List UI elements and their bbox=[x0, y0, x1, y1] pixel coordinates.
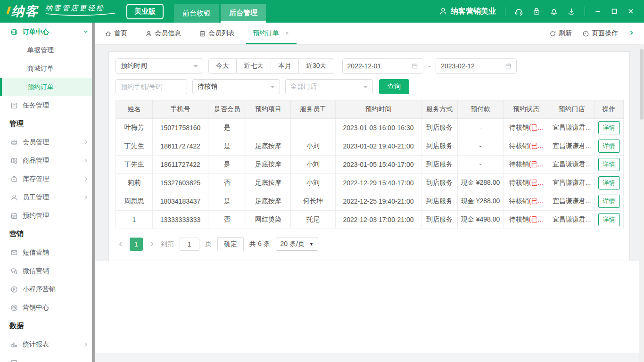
col-staff: 服务员工 bbox=[291, 100, 336, 119]
sidebar-item-inventory-management[interactable]: 库存管理 bbox=[0, 170, 95, 188]
minimize-button[interactable] bbox=[594, 8, 602, 15]
phone-search-field[interactable] bbox=[116, 79, 187, 94]
status-cell: 待核销(已... bbox=[504, 211, 549, 229]
slogan-underline bbox=[45, 13, 116, 16]
nav-tab-front-cashier[interactable]: 前台收银 bbox=[174, 4, 219, 23]
crown-icon bbox=[10, 139, 18, 146]
status-select[interactable]: 待核销 bbox=[192, 79, 280, 94]
headset-icon[interactable] bbox=[514, 7, 523, 16]
sidebar-item-product-management[interactable]: 商品管理 bbox=[0, 151, 95, 170]
person-icon bbox=[10, 194, 18, 201]
sidebar: 订单中心 单据管理 商城订单 预约订单 任务管理 管理 会员管理 商品管理 bbox=[0, 23, 95, 362]
sidebar-item-partial[interactable] bbox=[0, 354, 95, 362]
pagination: 1 到第 页 确定 共 6 条 20 条/页 ▼ bbox=[116, 236, 623, 254]
expand-chevron-icon[interactable] bbox=[628, 30, 635, 37]
sidebar-item-order-center[interactable]: 订单中心 bbox=[0, 23, 95, 41]
filter-row-2: 待核销 全部门店 查询 bbox=[116, 79, 623, 94]
goto-suffix-label: 页 bbox=[205, 240, 212, 248]
tab-booking-orders[interactable]: 预约订单 bbox=[253, 23, 290, 44]
brand: 纳客 纳客管店更轻松 bbox=[8, 2, 116, 21]
caret-down-icon bbox=[363, 86, 368, 90]
page-number-button[interactable]: 1 bbox=[130, 238, 143, 251]
download-icon[interactable] bbox=[567, 7, 576, 16]
prev-page-icon[interactable] bbox=[117, 241, 124, 247]
table-row: 1 13333333333 否 网红烫染 托尼 2022-12-03 17:00… bbox=[116, 211, 624, 229]
nav-tab-backend-admin[interactable]: 后台管理 bbox=[221, 4, 266, 23]
next-page-icon[interactable] bbox=[149, 241, 155, 247]
range-last30days-button[interactable]: 近30天 bbox=[298, 58, 334, 74]
status-cell: 待核销(已... bbox=[504, 156, 549, 174]
wechat-icon bbox=[10, 267, 18, 275]
goto-prefix-label: 到第 bbox=[161, 240, 174, 248]
user-account[interactable]: 纳客营销美业 bbox=[439, 7, 496, 16]
col-name: 姓名 bbox=[116, 100, 153, 119]
detail-button[interactable]: 详情 bbox=[598, 195, 620, 208]
time-field-select[interactable]: 预约时间 bbox=[116, 58, 203, 74]
col-action: 操作 bbox=[594, 100, 624, 119]
date-to-input[interactable]: 2023-02-12 bbox=[436, 58, 517, 74]
chevron-right-icon bbox=[83, 157, 89, 165]
sidebar-item-booking-management[interactable]: 预约管理 bbox=[0, 206, 95, 225]
refresh-icon bbox=[549, 30, 556, 37]
goto-confirm-button[interactable]: 确定 bbox=[217, 237, 244, 251]
page-operations-button[interactable]: 页面操作 bbox=[582, 29, 618, 38]
sidebar-item-miniprogram-marketing[interactable]: 小程序营销 bbox=[0, 280, 95, 298]
col-time: 预约时间 bbox=[336, 100, 421, 119]
range-last7days-button[interactable]: 近七天 bbox=[236, 58, 271, 74]
sidebar-item-wechat-marketing[interactable]: 微信营销 bbox=[0, 262, 95, 280]
detail-button[interactable]: 详情 bbox=[598, 121, 620, 134]
sidebar-item-receipt-management[interactable]: 单据管理 bbox=[0, 41, 95, 59]
header-right: 纳客营销美业 bbox=[439, 7, 644, 16]
calendar-icon bbox=[10, 212, 18, 220]
range-today-button[interactable]: 今天 bbox=[208, 58, 237, 74]
table-row: 莉莉 15327603825 否 足底按摩 小刘 2022-12-29 15:4… bbox=[116, 174, 624, 192]
tab-member-list[interactable]: 会员列表 bbox=[199, 23, 235, 44]
sidebar-item-mall-orders[interactable]: 商城订单 bbox=[0, 59, 95, 78]
box-icon bbox=[10, 175, 18, 183]
home-icon bbox=[105, 30, 112, 37]
sidebar-scrollbar[interactable] bbox=[92, 23, 95, 362]
search-button[interactable]: 查询 bbox=[379, 79, 409, 94]
bell-icon[interactable] bbox=[550, 7, 558, 16]
sidebar-item-sms-marketing[interactable]: 短信营销 bbox=[0, 243, 95, 262]
tab-member-info[interactable]: 会员信息 bbox=[145, 23, 181, 44]
sidebar-item-booking-orders[interactable]: 预约订单 bbox=[0, 78, 95, 96]
close-button[interactable] bbox=[627, 8, 635, 15]
status-cell: 待核销(已... bbox=[504, 119, 549, 137]
goto-page-input[interactable] bbox=[180, 238, 199, 251]
page-size-select[interactable]: 20 条/页 ▼ bbox=[276, 238, 318, 251]
maximize-button[interactable] bbox=[611, 8, 618, 15]
col-method: 服务方式 bbox=[421, 100, 458, 119]
refresh-button[interactable]: 刷新 bbox=[549, 29, 572, 38]
sidebar-section-data: 数据 bbox=[0, 317, 95, 335]
col-status: 预约状态 bbox=[504, 100, 549, 119]
sidebar-item-statistics-reports[interactable]: 统计报表 bbox=[0, 335, 95, 354]
top-nav-tabs: 前台收银 后台管理 bbox=[174, 4, 266, 23]
sidebar-item-member-management[interactable]: 会员管理 bbox=[0, 133, 95, 151]
table-row: 周思思 18034183437 是 足底按摩 何长坤 2022-12-25 19… bbox=[116, 192, 624, 211]
booking-orders-page: 预约时间 今天 近七天 本月 近30天 2022-12-01 bbox=[95, 45, 644, 362]
detail-button[interactable]: 详情 bbox=[598, 176, 620, 189]
edition-badge[interactable]: 美业版 bbox=[126, 4, 164, 19]
range-thismonth-button[interactable]: 本月 bbox=[271, 58, 299, 74]
sidebar-item-staff-management[interactable]: 员工管理 bbox=[0, 188, 95, 206]
sidebar-item-task-management[interactable]: 任务管理 bbox=[0, 96, 95, 115]
close-tab-icon[interactable] bbox=[281, 30, 290, 37]
sidebar-item-marketing-center[interactable]: 营销中心 bbox=[0, 298, 95, 317]
date-from-input[interactable]: 2022-12-01 bbox=[342, 58, 423, 74]
content-scrollbar[interactable] bbox=[640, 49, 644, 120]
page-background bbox=[95, 261, 644, 353]
miniprogram-icon bbox=[10, 286, 18, 293]
goods-icon bbox=[10, 157, 18, 165]
status-cell: 待核销(已... bbox=[504, 192, 549, 211]
lock-icon[interactable] bbox=[532, 7, 541, 16]
phone-search-input[interactable] bbox=[121, 83, 182, 90]
detail-button[interactable]: 详情 bbox=[598, 213, 620, 226]
detail-button[interactable]: 详情 bbox=[598, 140, 620, 153]
tab-home[interactable]: 首页 bbox=[105, 23, 127, 44]
user-icon bbox=[145, 30, 152, 37]
store-select[interactable]: 全部门店 bbox=[285, 79, 373, 94]
detail-button[interactable]: 详情 bbox=[598, 158, 620, 171]
booking-orders-card: 预约时间 今天 近七天 本月 近30天 2022-12-01 bbox=[108, 51, 630, 261]
booking-orders-table: 姓名 手机号 是否会员 预约项目 服务员工 预约时间 服务方式 预付款 预约状态 bbox=[116, 100, 624, 229]
